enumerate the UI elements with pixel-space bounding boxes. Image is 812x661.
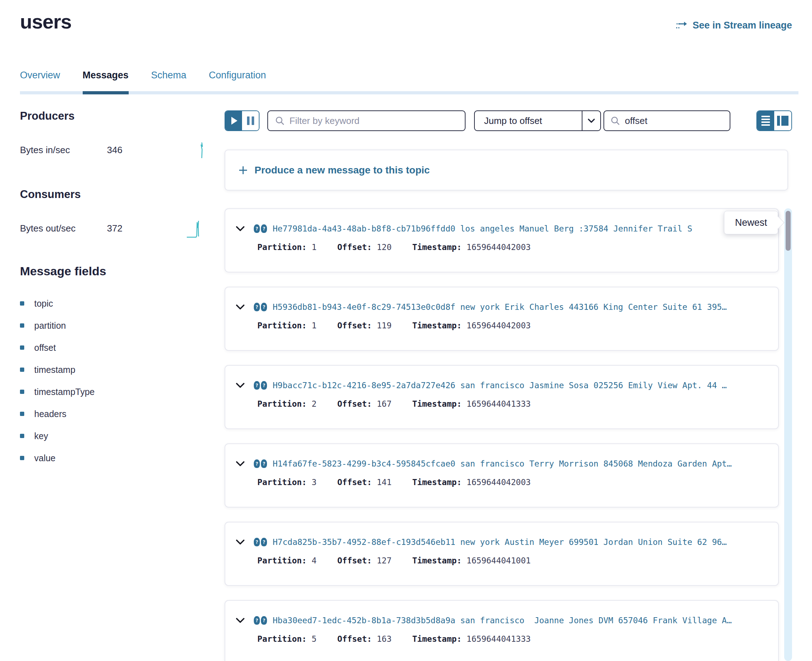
offset-value: 127: [377, 556, 392, 565]
list-view-button[interactable]: [757, 111, 774, 130]
message-row-header[interactable]: ?? H14fa67fe-5823-4299-b3c4-595845cfcae0…: [236, 459, 767, 468]
sidebar: Producers Bytes in/sec 346 Consumers Byt…: [20, 110, 205, 469]
expand-chevron-icon[interactable]: [236, 226, 245, 232]
producers-heading: Producers: [20, 110, 205, 123]
bullet-icon: [20, 323, 24, 328]
produce-message-label: Produce a new message to this topic: [255, 164, 430, 176]
message-key-preview: H9bacc71c-b12c-4216-8e95-2a7da727e426 sa…: [273, 381, 767, 390]
produce-message-button[interactable]: Produce a new message to this topic: [224, 150, 788, 190]
field-item-offset: offset: [20, 337, 205, 359]
see-in-stream-lineage-link[interactable]: See in Stream lineage: [676, 20, 792, 31]
bullet-icon: [20, 456, 24, 460]
message-row-header[interactable]: ?? Hba30eed7-1edc-452b-8b1a-738d3b5d8a9a…: [236, 616, 767, 625]
offset-label: Offset:: [337, 243, 377, 252]
timestamp-value: 1659644041333: [467, 399, 531, 409]
tab-messages[interactable]: Messages: [83, 70, 129, 94]
jump-to-offset-value[interactable]: Jump to offset: [475, 111, 582, 130]
message-key-preview: H7cda825b-35b7-4952-88ef-c193d546eb11 ne…: [273, 537, 767, 547]
pause-icon: [247, 117, 254, 125]
split-view-icon: [777, 116, 788, 126]
offset-value: 119: [377, 321, 392, 330]
timestamp-value: 1659644042003: [467, 243, 531, 252]
message-fields-heading: Message fields: [20, 264, 205, 278]
message-row-header[interactable]: ?? He77981da-4a43-48ab-b8f8-cb71b96ffdd0…: [236, 224, 767, 233]
split-view-button[interactable]: [774, 111, 791, 130]
expand-chevron-icon[interactable]: [236, 461, 245, 466]
partition-value: 1: [312, 243, 317, 252]
field-label: timestampType: [34, 387, 95, 397]
offset-label: Offset:: [337, 556, 377, 565]
timestamp-label: Timestamp:: [412, 243, 467, 252]
timestamp-label: Timestamp:: [412, 477, 467, 487]
tab-overview[interactable]: Overview: [20, 70, 60, 94]
message-row: ?? Hba30eed7-1edc-452b-8b1a-738d3b5d8a9a…: [224, 600, 779, 661]
timestamp-value: 1659644042003: [467, 477, 531, 487]
list-view-icon: [761, 116, 770, 126]
offset-search-box: [604, 110, 730, 131]
partition-value: 3: [312, 477, 317, 487]
unknown-char-glyphs: ??: [254, 303, 267, 311]
chevron-down-icon: [588, 118, 595, 123]
tab-configuration[interactable]: Configuration: [209, 70, 266, 94]
partition-value: 1: [312, 321, 317, 330]
message-meta: Partition: 2 Offset: 167 Timestamp: 1659…: [257, 399, 767, 409]
unknown-char-glyphs: ??: [254, 616, 267, 625]
message-list-scrollbar-track: [784, 208, 792, 661]
partition-label: Partition:: [257, 556, 312, 565]
bullet-icon: [20, 434, 24, 438]
message-meta: Partition: 1 Offset: 119 Timestamp: 1659…: [257, 321, 767, 330]
timestamp-value: 1659644042003: [467, 321, 531, 330]
see-in-stream-lineage-label: See in Stream lineage: [693, 20, 792, 31]
messages-toolbar: Jump to offset: [224, 110, 792, 131]
offset-search-input[interactable]: [625, 115, 744, 126]
tab-schema[interactable]: Schema: [151, 70, 186, 94]
expand-chevron-icon[interactable]: [236, 305, 245, 310]
message-meta: Partition: 4 Offset: 127 Timestamp: 1659…: [257, 556, 767, 565]
page-header: users See in Stream lineage: [20, 10, 792, 33]
bytes-in-value: 346: [107, 145, 122, 156]
message-row-header[interactable]: ?? H5936db81-b943-4e0f-8c29-74513e0c0d8f…: [236, 302, 767, 311]
search-icon: [275, 116, 285, 125]
message-key-preview: H14fa67fe-5823-4299-b3c4-595845cfcae0 sa…: [273, 459, 767, 468]
field-item-timestamp: timestamp: [20, 359, 205, 381]
field-item-headers: headers: [20, 403, 205, 425]
field-label: offset: [34, 343, 56, 353]
timestamp-label: Timestamp:: [412, 556, 467, 565]
play-button[interactable]: [225, 111, 242, 130]
offset-label: Offset:: [337, 321, 377, 330]
timestamp-value: 1659644041333: [467, 634, 531, 643]
newest-tooltip-label: Newest: [735, 217, 767, 228]
jump-select-chevron-button[interactable]: [582, 111, 600, 130]
offset-label: Offset:: [337, 399, 377, 409]
offset-value: 163: [377, 634, 392, 643]
partition-value: 4: [312, 556, 317, 565]
bullet-icon: [20, 301, 24, 306]
unknown-char-glyphs: ??: [254, 224, 267, 233]
play-icon: [231, 117, 237, 125]
message-list: ?? He77981da-4a43-48ab-b8f8-cb71b96ffdd0…: [224, 208, 792, 661]
unknown-char-glyphs: ??: [254, 381, 267, 390]
pause-button[interactable]: [242, 111, 259, 130]
expand-chevron-icon[interactable]: [236, 383, 245, 388]
message-fields-list: topic partition offset timestamp timesta…: [20, 292, 205, 469]
consumers-heading: Consumers: [20, 188, 205, 201]
message-row-header[interactable]: ?? H7cda825b-35b7-4952-88ef-c193d546eb11…: [236, 537, 767, 547]
message-key-preview: He77981da-4a43-48ab-b8f8-cb71b96ffdd0 lo…: [273, 224, 767, 233]
expand-chevron-icon[interactable]: [236, 618, 245, 623]
message-row-header[interactable]: ?? H9bacc71c-b12c-4216-8e95-2a7da727e426…: [236, 381, 767, 390]
bullet-icon: [20, 367, 24, 372]
newest-tooltip: Newest: [724, 211, 778, 234]
keyword-filter-input[interactable]: [290, 115, 458, 126]
timestamp-label: Timestamp:: [412, 399, 467, 409]
search-icon: [610, 116, 620, 125]
bytes-in-metric-row: Bytes in/sec 346: [20, 140, 205, 160]
field-item-key: key: [20, 425, 205, 447]
jump-to-offset-select: Jump to offset: [474, 110, 601, 131]
message-fields-section: Message fields topic partition offset ti…: [20, 264, 205, 469]
unknown-char-glyphs: ??: [254, 460, 267, 468]
bytes-out-value: 372: [107, 223, 122, 234]
expand-chevron-icon[interactable]: [236, 540, 245, 545]
bullet-icon: [20, 390, 24, 394]
bytes-out-label: Bytes out/sec: [20, 223, 107, 234]
message-list-scrollbar-thumb[interactable]: [786, 211, 791, 251]
